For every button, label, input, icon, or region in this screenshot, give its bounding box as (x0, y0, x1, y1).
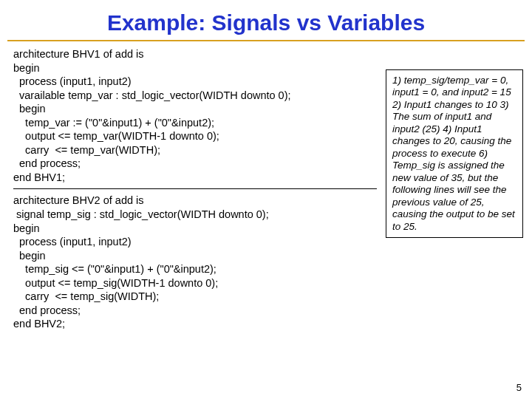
slide-title: Example: Signals vs Variables (7, 0, 525, 41)
code-block-bhv1: architecture BHV1 of add is begin proces… (13, 47, 377, 184)
code-block-bhv2: architecture BHV2 of add is signal temp_… (13, 194, 377, 330)
content-area: architecture BHV1 of add is begin proces… (0, 41, 532, 331)
code-separator (13, 188, 377, 189)
notes-box: 1) temp_sig/temp_var = 0, input1 = 0, an… (386, 69, 523, 238)
code-column: architecture BHV1 of add is begin proces… (13, 47, 377, 331)
notes-column: 1) temp_sig/temp_var = 0, input1 = 0, an… (386, 69, 523, 331)
page-number: 5 (516, 382, 522, 393)
